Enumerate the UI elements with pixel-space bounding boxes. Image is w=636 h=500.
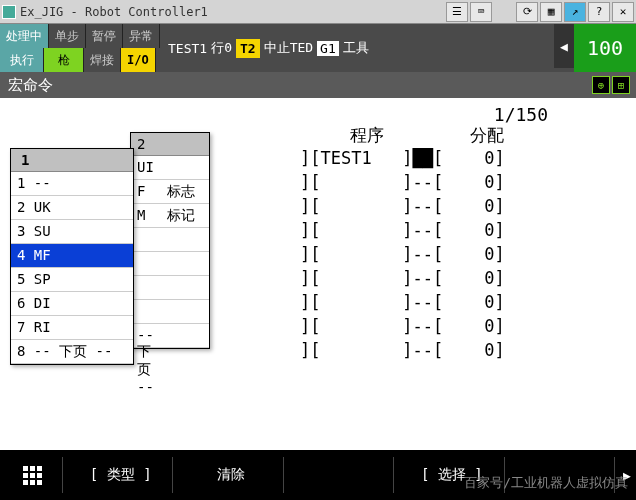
- status-step: 单步: [49, 24, 86, 48]
- close-icon[interactable]: ✕: [612, 2, 634, 22]
- menu-item[interactable]: 7 RI: [11, 316, 133, 340]
- menu-item[interactable]: M标记: [131, 204, 209, 228]
- status-io: I/O: [121, 48, 156, 72]
- submenu-1: 1 1 --2 UK3 SU4 MF5 SP6 DI7 RI8 -- 下页 --: [10, 148, 134, 365]
- type-button[interactable]: [ 类型 ]: [69, 457, 173, 493]
- toolbar-btn-4[interactable]: ▦: [540, 2, 562, 22]
- menu-item[interactable]: [131, 252, 209, 276]
- window-title: Ex_JIG - Robot Controller1: [20, 5, 446, 19]
- menu-item[interactable]: 8 -- 下页 --: [11, 340, 133, 364]
- status-processing: 处理中: [0, 24, 49, 48]
- window-titlebar: Ex_JIG - Robot Controller1 ☰ ⌨ ⟳ ▦ ↗ ? ✕: [0, 0, 636, 24]
- submenu-1-header: 1: [11, 149, 133, 172]
- menu-item[interactable]: 3 SU: [11, 220, 133, 244]
- menu-item[interactable]: 2 UK: [11, 196, 133, 220]
- col-alloc: 分配: [470, 124, 504, 147]
- section-title: 宏命令: [8, 76, 53, 95]
- tool-label: 工具: [343, 39, 369, 57]
- table-row[interactable]: ][ ]--[ 0]: [300, 338, 505, 362]
- table-row[interactable]: ][TEST1 ]██[ 0]: [300, 146, 505, 170]
- menu-item[interactable]: F标志: [131, 180, 209, 204]
- status-pause: 暂停: [86, 24, 123, 48]
- status-info: TEST1 行0 T2 中止TED G1 工具: [160, 24, 554, 72]
- clear-button[interactable]: 清除: [179, 457, 283, 493]
- menu-item[interactable]: 6 DI: [11, 292, 133, 316]
- menu-item[interactable]: -- 下页 --: [131, 324, 209, 348]
- prev-page-button[interactable]: ◀: [554, 24, 574, 68]
- menu-item[interactable]: 4 MF: [11, 244, 133, 268]
- main-area: 1/150 程序 分配 ][TEST1 ]██[ 0]][ ]--[ 0]][ …: [0, 98, 636, 450]
- menu-item[interactable]: 1 --: [11, 172, 133, 196]
- column-headers: 程序 分配: [350, 124, 504, 147]
- submenu-2-header: 2: [131, 133, 209, 156]
- menu-item[interactable]: [131, 228, 209, 252]
- status-gun: 枪: [44, 48, 84, 72]
- menu-item[interactable]: [131, 276, 209, 300]
- table-row[interactable]: ][ ]--[ 0]: [300, 218, 505, 242]
- data-rows: ][TEST1 ]██[ 0]][ ]--[ 0]][ ]--[ 0]][ ]-…: [300, 146, 505, 362]
- help-icon[interactable]: ?: [588, 2, 610, 22]
- toolbar-btn-1[interactable]: ☰: [446, 2, 468, 22]
- menu-item[interactable]: UI: [131, 156, 209, 180]
- status-fault: 异常: [123, 24, 160, 48]
- table-row[interactable]: ][ ]--[ 0]: [300, 266, 505, 290]
- status-run: 执行: [0, 48, 44, 72]
- watermark: 百家号/工业机器人虚拟仿真: [464, 474, 628, 492]
- table-row[interactable]: ][ ]--[ 0]: [300, 242, 505, 266]
- app-icon: [2, 5, 16, 19]
- table-row[interactable]: ][ ]--[ 0]: [300, 194, 505, 218]
- toolbar-btn-5[interactable]: ↗: [564, 2, 586, 22]
- footer-btn-3[interactable]: [290, 457, 394, 493]
- toolbar-btn-2[interactable]: ⌨: [470, 2, 492, 22]
- table-row[interactable]: ][ ]--[ 0]: [300, 314, 505, 338]
- halt-label: 中止TED: [264, 39, 313, 57]
- status-bar: 处理中 单步 暂停 异常 执行 枪 焊接 I/O TEST1 行0 T2 中止T…: [0, 24, 636, 72]
- apps-button[interactable]: [3, 457, 63, 493]
- program-name: TEST1: [168, 41, 207, 56]
- grid-icon[interactable]: ⊞: [612, 76, 630, 94]
- t2-badge: T2: [236, 39, 260, 58]
- table-row[interactable]: ][ ]--[ 0]: [300, 170, 505, 194]
- speed-value[interactable]: 100: [574, 24, 636, 72]
- page-count: 1/150: [494, 104, 548, 125]
- menu-item[interactable]: 5 SP: [11, 268, 133, 292]
- g1-badge: G1: [317, 41, 339, 56]
- menu-item[interactable]: [131, 300, 209, 324]
- table-row[interactable]: ][ ]--[ 0]: [300, 290, 505, 314]
- status-weld: 焊接: [84, 48, 121, 72]
- col-program: 程序: [350, 124, 470, 147]
- refresh-icon[interactable]: ⟳: [516, 2, 538, 22]
- submenu-2: 2 UIF标志M标记-- 下页 --: [130, 132, 210, 349]
- line-label: 行0: [211, 39, 232, 57]
- add-icon[interactable]: ⊕: [592, 76, 610, 94]
- section-header: 宏命令 ⊕ ⊞: [0, 72, 636, 98]
